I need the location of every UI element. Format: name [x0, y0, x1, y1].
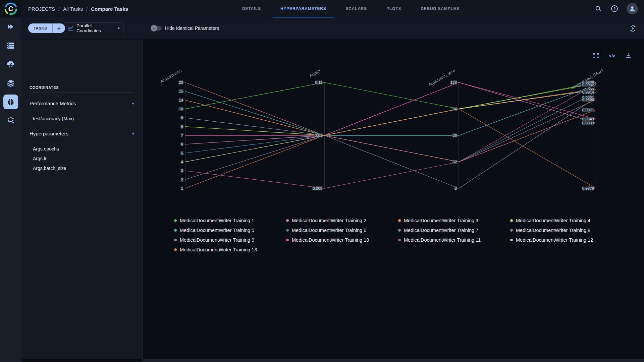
breadcrumb-compare-tasks: Compare Tasks: [91, 6, 128, 12]
layers-icon: [6, 79, 15, 87]
breadcrumb-projects[interactable]: PROJECTS: [28, 6, 55, 12]
legend-item[interactable]: MedicalDocumentWriter Training 4: [510, 217, 622, 224]
svg-text:8: 8: [455, 186, 457, 190]
chart-line-icon: [67, 25, 73, 31]
svg-text:0.9896: 0.9896: [582, 98, 594, 102]
legend-dot: [286, 229, 289, 232]
chevron-down-icon: ▾: [132, 101, 134, 106]
tab-hyperparameters[interactable]: HYPERPARAMETERS: [273, 0, 333, 17]
breadcrumb-all-tasks[interactable]: All Tasks: [63, 6, 83, 12]
svg-text:10: 10: [179, 107, 183, 111]
profile-avatar[interactable]: [627, 3, 638, 14]
view-mode-select[interactable]: Parallel Coordinates ▾: [64, 22, 123, 34]
rail-item-pipelines[interactable]: [0, 111, 21, 130]
svg-text:14: 14: [179, 98, 183, 102]
svg-text:0.9932: 0.9932: [582, 83, 594, 87]
chevron-down-icon: ▾: [118, 26, 120, 31]
section-performance-metrics[interactable]: Performance Metrics ▾: [30, 101, 134, 106]
svg-text:1: 1: [181, 186, 183, 190]
param-args-batch-size[interactable]: Args.batch_size: [33, 166, 66, 171]
legend-item[interactable]: MedicalDocumentWriter Training 7: [398, 227, 510, 234]
legend-label: MedicalDocumentWriter Training 9: [180, 237, 254, 243]
legend-item[interactable]: MedicalDocumentWriter Training 3: [398, 217, 510, 224]
metric-test-accuracy-max[interactable]: test/accuracy (Max): [33, 116, 74, 121]
coordinates-title: COORDINATES: [30, 85, 59, 89]
help-icon[interactable]: ?: [610, 5, 619, 13]
param-args-lr[interactable]: Args.lr: [33, 156, 46, 161]
tab-details[interactable]: DETAILS: [235, 0, 268, 17]
legend-dot: [174, 229, 177, 232]
legend-item[interactable]: MedicalDocumentWriter Training 1: [174, 217, 286, 224]
svg-text:36: 36: [452, 133, 457, 137]
view-mode-value: Parallel Coordinates: [76, 23, 115, 33]
legend-item[interactable]: MedicalDocumentWriter Training 9: [174, 237, 286, 243]
svg-text:0.11: 0.11: [315, 80, 322, 84]
legend-dot: [398, 239, 401, 241]
user-icon: [629, 5, 636, 12]
section-hyperparameters[interactable]: Hyperparameters ▾: [30, 131, 134, 136]
clearml-logo-icon: C: [3, 1, 18, 16]
rail-item-experiments-active[interactable]: [0, 93, 21, 111]
legend-dot: [286, 239, 289, 241]
double-play-icon: [6, 22, 15, 31]
search-icon[interactable]: [594, 5, 602, 13]
legend-dot: [510, 219, 513, 222]
maximize-icon[interactable]: [592, 52, 600, 59]
legend-item[interactable]: MedicalDocumentWriter Training 12: [510, 237, 622, 243]
legend-label: MedicalDocumentWriter Training 7: [404, 228, 478, 233]
legend-item[interactable]: MedicalDocumentWriter Training 11: [398, 237, 510, 243]
legend-dot: [398, 219, 401, 222]
chart-toolbar: </>: [592, 52, 632, 59]
legend-label: MedicalDocumentWriter Training 3: [404, 218, 478, 223]
tab-debug-samples[interactable]: DEBUG SAMPLES: [413, 0, 467, 17]
legend-label: MedicalDocumentWriter Training 5: [180, 228, 254, 233]
divider: [30, 93, 134, 93]
svg-text:9: 9: [181, 116, 183, 120]
tab-scalars[interactable]: SCALARS: [338, 0, 375, 17]
legend-item[interactable]: MedicalDocumentWriter Training 8: [510, 227, 622, 234]
svg-text:0.9839: 0.9839: [582, 121, 594, 125]
svg-text:15: 15: [179, 89, 183, 93]
svg-text:6: 6: [181, 142, 183, 146]
auto-refresh-icon[interactable]: [629, 24, 637, 33]
tasks-pill: TASKS +: [28, 23, 65, 33]
legend-label: MedicalDocumentWriter Training 6: [292, 228, 366, 233]
legend-label: MedicalDocumentWriter Training 11: [404, 237, 481, 243]
rail-item-workers[interactable]: [0, 55, 21, 74]
svg-text:0.01: 0.01: [315, 133, 322, 137]
hide-identical-toggle[interactable]: [152, 26, 162, 31]
breadcrumb: PROJECTS / All Tasks / Compare Tasks: [28, 0, 128, 17]
svg-text:3: 3: [181, 169, 183, 173]
legend-item[interactable]: MedicalDocumentWriter Training 13: [174, 246, 286, 253]
svg-text:4: 4: [181, 160, 183, 164]
legend-item[interactable]: MedicalDocumentWriter Training 6: [286, 227, 398, 234]
legend-item[interactable]: MedicalDocumentWriter Training 2: [286, 217, 398, 224]
side-rail: [0, 17, 21, 362]
tasks-button[interactable]: TASKS: [28, 26, 52, 30]
legend-label: MedicalDocumentWriter Training 8: [516, 228, 590, 233]
rail-item-datasets[interactable]: [0, 36, 21, 55]
legend-dot: [174, 219, 177, 222]
rail-item-models[interactable]: [0, 74, 21, 93]
svg-text:5: 5: [181, 151, 183, 155]
legend: MedicalDocumentWriter Training 1 Medical…: [174, 217, 622, 253]
tab-plots[interactable]: PLOTS: [379, 0, 409, 17]
horizontal-scrollbar[interactable]: [143, 359, 644, 362]
svg-text:2: 2: [181, 178, 183, 182]
embed-code-icon[interactable]: </>: [608, 52, 616, 59]
legend-item[interactable]: MedicalDocumentWriter Training 5: [174, 227, 286, 234]
breadcrumb-separator: /: [86, 6, 88, 12]
svg-text:64: 64: [452, 107, 457, 111]
legend-dot: [398, 229, 401, 232]
rail-item-getting-started[interactable]: [0, 17, 21, 36]
param-args-epochs[interactable]: Args.epochs: [33, 146, 59, 152]
legend-item[interactable]: MedicalDocumentWriter Training 10: [286, 237, 398, 243]
svg-text:128: 128: [450, 80, 457, 84]
main-tabs: DETAILS HYPERPARAMETERS SCALARS PLOTS DE…: [235, 0, 467, 17]
add-task-button[interactable]: +: [53, 24, 65, 32]
clearml-logo[interactable]: C: [0, 0, 21, 17]
parallel-coordinates-plot[interactable]: Args.epochsArgs.lrArgs.batch_sizetest/ac…: [143, 40, 644, 217]
top-bar: C PROJECTS / All Tasks / Compare Tasks D…: [0, 0, 644, 17]
download-icon[interactable]: [625, 52, 632, 59]
svg-text:0.9679: 0.9679: [582, 186, 594, 190]
